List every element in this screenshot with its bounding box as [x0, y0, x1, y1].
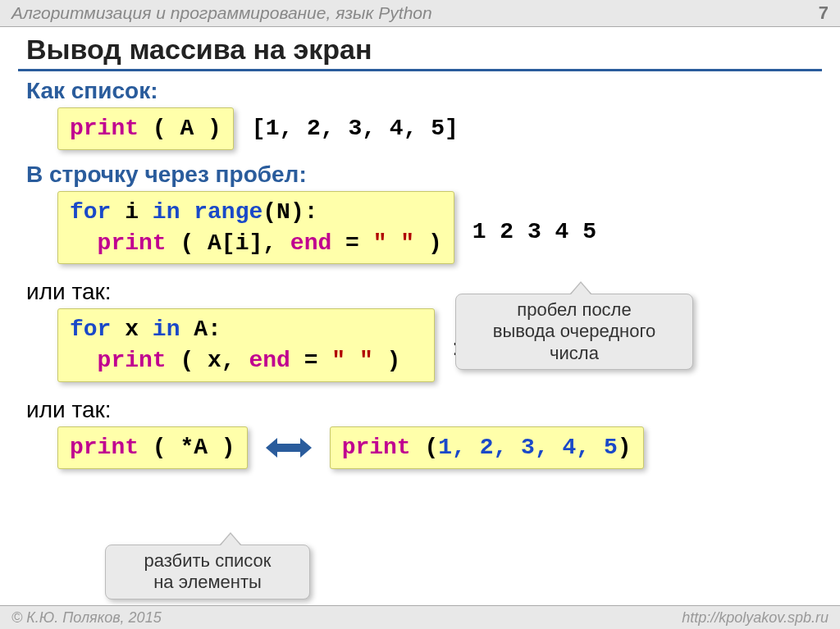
code-print-nums: print (1, 2, 3, 4, 5) — [330, 426, 644, 469]
footer-left: © К.Ю. Поляков, 2015 — [11, 609, 162, 627]
callout-unpack-text: разбить список на элементы — [117, 550, 298, 594]
output-list: [1, 2, 3, 4, 5] — [252, 116, 459, 141]
row-for-x: for x in A: print ( x, end = " " ) 1 2 3… — [57, 308, 840, 382]
row-as-list: print ( A ) [1, 2, 3, 4, 5] — [57, 107, 840, 150]
topic-text: Алгоритмизация и программирование, язык … — [11, 3, 432, 23]
subhead-as-list: Как список: — [26, 78, 840, 104]
subhead-alt2: или так: — [26, 397, 840, 423]
callout-space-text: пробел после вывода очередного числа — [468, 299, 681, 364]
subhead-inline: В строчку через пробел: — [26, 162, 840, 188]
footer-right: http://kpolyakov.spb.ru — [682, 609, 829, 627]
slide-footer: © К.Ю. Поляков, 2015 http://kpolyakov.sp… — [0, 605, 840, 629]
page-number: 7 — [819, 2, 829, 24]
code-print-star: print ( *A ) — [57, 426, 248, 469]
output-inline-1: 1 2 3 4 5 — [472, 219, 596, 244]
row-for-range: for i in range(N): print ( A[i], end = "… — [57, 191, 840, 265]
callout-unpack: разбить список на элементы — [105, 545, 310, 599]
callout-space: пробел после вывода очередного числа — [455, 294, 693, 370]
subhead-alt1: или так: — [26, 279, 840, 305]
row-unpack: print ( *A ) print (1, 2, 3, 4, 5) — [57, 426, 840, 469]
slide-header: Алгоритмизация и программирование, язык … — [0, 0, 840, 27]
code-for-range: for i in range(N): print ( A[i], end = "… — [57, 191, 454, 265]
code-for-x: for x in A: print ( x, end = " " ) — [57, 308, 435, 382]
slide-title: Вывод массива на экран — [26, 34, 840, 66]
double-arrow-icon — [266, 438, 312, 458]
title-rule — [18, 69, 822, 71]
code-print-A: print ( A ) — [57, 107, 234, 150]
